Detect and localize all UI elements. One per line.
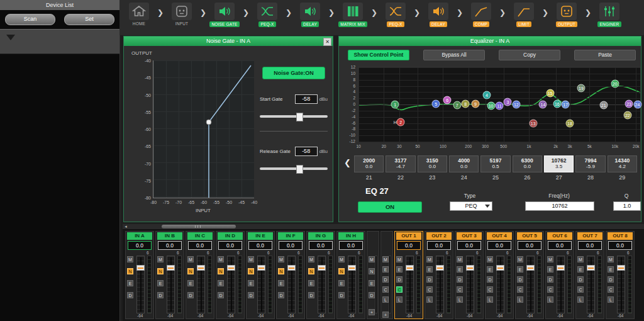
fader-handle[interactable] (617, 265, 625, 271)
eq-control-point-14[interactable]: 14 (539, 101, 547, 109)
channel-button-m[interactable]: M (517, 256, 523, 262)
channel-button-e[interactable]: E (426, 266, 433, 273)
channel-button-n[interactable]: N (308, 268, 314, 274)
eq-band-cell-27[interactable]: 107623.5 (544, 155, 574, 172)
channel-button-n[interactable]: N (218, 268, 224, 274)
channel-label[interactable]: OUT 4 (487, 232, 512, 240)
fader-handle[interactable] (197, 265, 205, 271)
eq-control-point-6[interactable]: 6 (443, 96, 452, 104)
eq-control-point-16[interactable]: 16 (553, 99, 561, 108)
channel-label[interactable]: OUT 2 (426, 232, 452, 240)
release-gate-value[interactable]: -58 (295, 147, 318, 156)
channel-button-m[interactable]: M (369, 256, 375, 262)
channel-button-e[interactable]: E (187, 280, 194, 286)
channel-gain-value[interactable]: 0.0 (158, 241, 182, 250)
channel-label[interactable]: OUT 3 (457, 232, 482, 240)
channel-button-m[interactable]: M (338, 256, 345, 262)
channel-button-l[interactable]: L (608, 296, 614, 303)
channel-button-e[interactable]: E (127, 280, 133, 286)
channel-gain-value[interactable]: 0.0 (279, 241, 303, 250)
channel-button-m[interactable]: M (157, 256, 164, 262)
toolbar-item-input[interactable]: INPUT (165, 3, 199, 26)
channel-label[interactable]: IN F (278, 232, 303, 240)
channel-button-d[interactable]: D (157, 292, 164, 298)
channel-label[interactable]: IN C (187, 232, 213, 240)
channel-button-l[interactable]: L (457, 296, 463, 303)
channel-label[interactable]: IN G (308, 232, 333, 240)
eq-band-cell-25[interactable]: 51970.5 (480, 155, 510, 172)
eq-control-point-24[interactable]: 24 (633, 101, 641, 109)
channel-button-d[interactable]: D (218, 292, 224, 298)
channel-button-e[interactable]: E (547, 266, 553, 273)
fader-handle[interactable] (257, 265, 265, 271)
channel-button-n[interactable]: N (369, 268, 375, 274)
channel-button-m[interactable]: M (577, 256, 584, 262)
eq-control-point-3[interactable]: 3 (504, 98, 512, 106)
channel-gain-value[interactable]: 0.0 (578, 241, 602, 250)
scroll-left-icon[interactable]: ◄ (124, 224, 128, 229)
channel-button-m[interactable]: M (218, 256, 224, 262)
link-plus-button[interactable]: + (382, 312, 389, 318)
noise-gate-on-button[interactable]: Noise Gate:ON (262, 67, 325, 79)
channel-button-d[interactable]: D (457, 276, 463, 283)
fader-handle[interactable] (167, 265, 175, 271)
channel-button-d[interactable]: D (426, 276, 433, 283)
channel-button-c[interactable]: C (426, 286, 433, 293)
channel-button-m[interactable]: M (457, 256, 463, 262)
channel-gain-value[interactable]: 0.0 (487, 241, 511, 250)
channel-button-m[interactable]: M (382, 256, 389, 262)
eq-band-cell-24[interactable]: 40000.0 (449, 155, 479, 172)
channel-button-d[interactable]: D (577, 276, 584, 283)
channel-button-d[interactable]: D (338, 292, 345, 298)
eq-control-point-23[interactable]: 23 (625, 99, 633, 108)
channel-label[interactable]: IN A (127, 232, 152, 240)
horizontal-scrollbar[interactable]: ◄ (123, 224, 644, 230)
eq-control-point-22[interactable]: 22 (623, 111, 631, 119)
channel-button-d[interactable]: D (396, 276, 402, 283)
eq-control-point-19[interactable]: 19 (577, 84, 585, 93)
release-gate-slider[interactable] (260, 164, 328, 173)
channel-button-e[interactable]: E (577, 266, 584, 273)
channel-button-n[interactable]: N (278, 268, 284, 274)
channel-button-e[interactable]: E (369, 280, 375, 286)
fader-handle[interactable] (466, 265, 474, 271)
channel-button-e[interactable]: E (396, 266, 402, 273)
eq-control-point-9[interactable]: 9 (471, 99, 479, 108)
channel-label[interactable]: IN B (157, 232, 182, 240)
eq-button-bypass-all[interactable]: Bypass All (423, 50, 485, 60)
eq-control-point-20[interactable]: 20 (611, 79, 619, 87)
channel-label[interactable]: OUT 1 (396, 232, 421, 240)
channel-gain-value[interactable]: 0.0 (248, 241, 272, 250)
eq-control-point-10[interactable]: 10 (487, 102, 495, 110)
channel-button-l[interactable]: L (382, 296, 389, 303)
fader-handle[interactable] (348, 265, 356, 271)
toolbar-item-peq-x[interactable]: PEQ-X (250, 3, 284, 27)
channel-button-e[interactable]: E (608, 266, 614, 273)
channel-button-d[interactable]: D (547, 276, 553, 283)
channel-button-l[interactable]: L (547, 296, 553, 303)
channel-button-e[interactable]: E (457, 266, 463, 273)
close-icon[interactable]: ✕ (323, 38, 331, 46)
channel-button-e[interactable]: E (382, 266, 389, 273)
start-gate-value[interactable]: -58 (295, 94, 318, 104)
toolbar-item-home[interactable]: HOME (122, 3, 156, 26)
channel-button-d[interactable]: D (369, 292, 375, 298)
channel-button-e[interactable]: E (517, 266, 523, 273)
channel-button-n[interactable]: N (157, 268, 164, 274)
threshold-handle[interactable] (206, 120, 211, 125)
fader-handle[interactable] (406, 265, 414, 271)
channel-gain-value[interactable]: 0.0 (339, 241, 363, 250)
fader-handle[interactable] (318, 265, 326, 271)
start-gate-slider[interactable] (260, 112, 328, 121)
toolbar-item-delay[interactable]: DELAY (421, 3, 455, 27)
eq-control-point-4[interactable]: 4 (482, 91, 491, 99)
channel-gain-value[interactable]: 0.0 (128, 241, 152, 250)
scrollbar-thumb[interactable] (162, 225, 236, 228)
channel-button-c[interactable]: C (547, 286, 553, 293)
eq-button-paste[interactable]: Paste (574, 50, 636, 60)
channel-button-e[interactable]: E (278, 280, 284, 286)
eq-control-point-15[interactable]: 15 (546, 89, 554, 98)
fader-handle[interactable] (526, 265, 535, 271)
channel-button-d[interactable]: D (308, 292, 314, 298)
fader-handle[interactable] (557, 265, 565, 271)
